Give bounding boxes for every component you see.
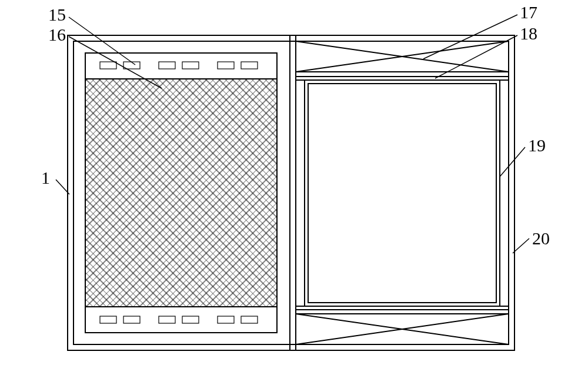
left-mesh-area — [85, 79, 277, 307]
label-18: 18 — [520, 24, 537, 44]
svg-rect-6 — [123, 62, 140, 69]
right-window-frame-outer — [305, 80, 500, 306]
svg-rect-7 — [159, 62, 175, 69]
label-1: 1 — [41, 168, 50, 188]
label-16: 16 — [48, 25, 66, 45]
svg-rect-13 — [159, 316, 175, 323]
label-17: 17 — [520, 2, 537, 22]
svg-line-19 — [423, 15, 517, 59]
left-top-band — [85, 53, 277, 79]
svg-rect-14 — [182, 316, 199, 323]
svg-rect-5 — [100, 62, 116, 69]
svg-line-21 — [500, 147, 525, 177]
svg-rect-8 — [182, 62, 199, 69]
svg-rect-12 — [123, 316, 140, 323]
svg-rect-16 — [241, 316, 258, 323]
label-20: 20 — [532, 228, 550, 248]
svg-rect-11 — [100, 316, 116, 323]
right-window-frame-inner — [308, 84, 496, 303]
svg-line-22 — [513, 238, 529, 253]
left-top-slots — [100, 62, 258, 69]
svg-rect-10 — [241, 62, 258, 69]
svg-rect-9 — [218, 62, 234, 69]
left-bottom-band — [85, 307, 277, 333]
label-19: 19 — [528, 135, 546, 155]
left-bottom-slots — [100, 316, 258, 323]
svg-rect-15 — [218, 316, 234, 323]
diagram-svg — [0, 0, 588, 368]
label-15: 15 — [48, 5, 66, 25]
diagram-canvas: 15 16 1 17 18 19 20 — [0, 0, 588, 368]
